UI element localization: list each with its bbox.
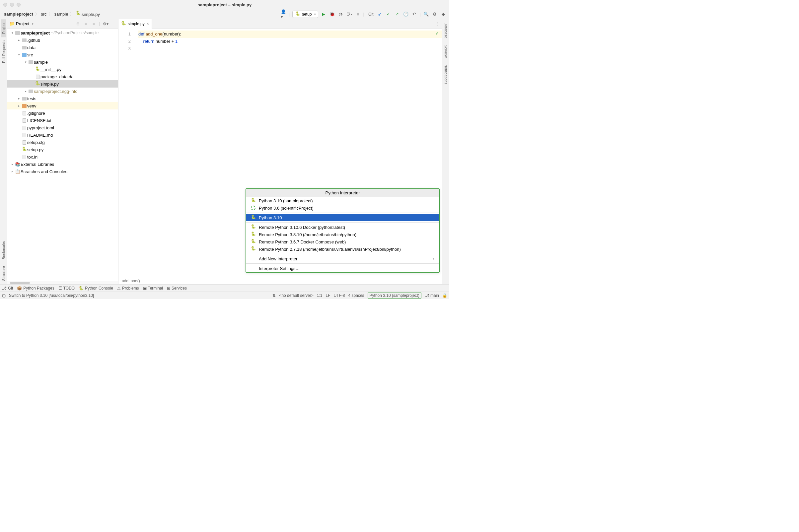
collapse-all-icon[interactable]: ≡ xyxy=(91,21,96,26)
tab-label: simple.py xyxy=(128,22,145,26)
python-icon xyxy=(251,247,256,251)
breadcrumb-src[interactable]: src xyxy=(39,11,48,17)
tree-file-setupcfg[interactable]: setup.cfg xyxy=(7,139,118,146)
tree-folder-github[interactable]: ▸.github xyxy=(7,37,118,44)
breadcrumb-sep: 〉 xyxy=(35,12,39,17)
editor-tabs-menu-icon[interactable]: ⋮ xyxy=(432,21,442,26)
inspection-ok-icon[interactable]: ✓ xyxy=(435,31,439,36)
git-pull-button[interactable]: ↙ xyxy=(377,11,383,18)
interpreter-settings-button[interactable]: Interpreter Settings… xyxy=(246,265,439,272)
lock-icon[interactable]: 🔒 xyxy=(442,293,447,298)
python-packages-tool-tab[interactable]: 📦 Python Packages xyxy=(17,286,54,290)
dropdown-icon[interactable]: ▾ xyxy=(32,22,34,25)
tree-file-setuppy[interactable]: setup.py xyxy=(7,146,118,153)
python-icon xyxy=(251,240,256,244)
project-tool-tab[interactable]: Project xyxy=(1,19,6,37)
maximize-window-button[interactable] xyxy=(17,3,21,7)
project-panel-title[interactable]: Project xyxy=(16,21,29,26)
file-encoding[interactable]: UTF-8 xyxy=(334,293,345,298)
history-button[interactable]: 🕐 xyxy=(403,11,409,18)
run-configuration-selector[interactable]: setup xyxy=(292,11,318,18)
minimize-window-button[interactable] xyxy=(10,3,14,7)
tree-folder-venv[interactable]: ▸venv xyxy=(7,102,118,110)
left-tool-gutter: Project Pull Requests Bookmarks Structur… xyxy=(0,19,7,284)
pull-requests-tool-tab[interactable]: Pull Requests xyxy=(1,37,6,66)
user-icon[interactable]: 👤▾ xyxy=(281,11,287,18)
python-icon xyxy=(22,147,26,152)
tree-folder-data[interactable]: data xyxy=(7,44,118,51)
search-icon[interactable]: 🔍 xyxy=(423,11,429,18)
tree-scratches[interactable]: ▸📋Scratches and Consoles xyxy=(7,168,118,175)
terminal-tool-tab[interactable]: ▣ Terminal xyxy=(143,286,163,290)
editor-breadcrumb[interactable]: add_one() xyxy=(118,277,442,284)
bookmarks-tool-tab[interactable]: Bookmarks xyxy=(1,238,6,263)
interpreter-option[interactable]: Remote Python 3.6.7 Docker Compose (web) xyxy=(246,238,439,245)
interpreter-option[interactable]: Remote Python 3.10.6 Docker (python:late… xyxy=(246,224,439,231)
breadcrumb-file[interactable]: simple.py xyxy=(74,11,101,18)
settings-icon[interactable]: ⚙ xyxy=(431,11,438,18)
tree-file-pyproject[interactable]: pyproject.toml xyxy=(7,124,118,131)
notifications-tool-tab[interactable]: Notifications xyxy=(443,61,449,88)
profile-button[interactable]: ⏱▾ xyxy=(346,11,353,18)
tree-folder-sample[interactable]: ▾sample xyxy=(7,58,118,66)
line-separator[interactable]: LF xyxy=(326,293,331,298)
tree-folder-src[interactable]: ▾src xyxy=(7,51,118,58)
expand-all-icon[interactable]: ≡ xyxy=(83,21,89,26)
project-tree[interactable]: ▾ sampleproject ~/PycharmProjects/sample… xyxy=(7,28,118,281)
coverage-button[interactable]: ◔ xyxy=(337,11,344,18)
popup-title: Python Interpreter xyxy=(246,189,439,197)
tree-folder-egginfo[interactable]: ▸sampleproject.egg-info xyxy=(7,88,118,95)
project-scrollbar[interactable] xyxy=(7,281,118,284)
tree-file-simple[interactable]: simple.py xyxy=(7,80,118,88)
hide-panel-icon[interactable]: — xyxy=(111,21,116,26)
deployment-server[interactable]: <no default server> xyxy=(279,293,313,298)
python-icon xyxy=(251,225,256,229)
tree-file-gitignore[interactable]: .gitignore xyxy=(7,110,118,117)
titlebar: sampleproject – simple.py xyxy=(0,0,449,9)
interpreter-widget[interactable]: Python 3.10 (sampleproject) xyxy=(368,292,422,299)
panel-settings-icon[interactable]: ⚙▾ xyxy=(103,21,108,26)
tree-file-init[interactable]: __init__.py xyxy=(7,66,118,73)
git-tool-tab[interactable]: ⎇ Git xyxy=(2,286,13,290)
tree-file-readme[interactable]: README.md xyxy=(7,131,118,139)
services-tool-tab[interactable]: ⊞ Services xyxy=(167,286,187,290)
editor-tab-simple[interactable]: simple.py × xyxy=(118,19,152,28)
todo-tool-tab[interactable]: ☰ TODO xyxy=(58,286,75,290)
close-tab-icon[interactable]: × xyxy=(147,22,149,26)
structure-tool-tab[interactable]: Structure xyxy=(1,263,6,284)
database-tool-tab[interactable]: Database xyxy=(443,19,449,41)
python-icon xyxy=(76,11,80,16)
tree-root[interactable]: ▾ sampleproject ~/PycharmProjects/sample xyxy=(7,29,118,37)
undo-button[interactable]: ↶ xyxy=(411,11,418,18)
git-commit-button[interactable]: ✓ xyxy=(385,11,392,18)
deployment-server-icon[interactable]: ⇅ xyxy=(273,293,276,298)
interpreter-option[interactable]: Remote Python 2.7.18 (/home/jetbrains/.v… xyxy=(246,245,439,253)
indent-settings[interactable]: 4 spaces xyxy=(348,293,364,298)
interpreter-option[interactable]: Python 3.10 (sampleproject) xyxy=(246,197,439,204)
git-push-button[interactable]: ↗ xyxy=(394,11,401,18)
tool-window-toggle-icon[interactable]: ▢ xyxy=(2,293,6,298)
caret-position[interactable]: 1:1 xyxy=(317,293,322,298)
breadcrumb-sample[interactable]: sample xyxy=(53,11,70,17)
select-open-file-icon[interactable]: ⊕ xyxy=(75,21,81,26)
add-interpreter-button[interactable]: Add New Interpreter› xyxy=(246,255,439,262)
pycharm-icon[interactable]: ◆ xyxy=(440,11,447,18)
tree-file-toxini[interactable]: tox.ini xyxy=(7,153,118,160)
interpreter-option[interactable]: Remote Python 3.8.10 (/home/jetbrains/bi… xyxy=(246,231,439,238)
python-console-tool-tab[interactable]: 🐍 Python Console xyxy=(79,286,113,290)
editor-tabs: simple.py × ⋮ xyxy=(118,19,442,28)
interpreter-option-selected[interactable]: Python 3.10 xyxy=(246,214,439,221)
sciview-tool-tab[interactable]: SciView xyxy=(443,41,449,61)
tree-external-libs[interactable]: ▸📚External Libraries xyxy=(7,160,118,168)
tree-file-pkgdata[interactable]: package_data.dat xyxy=(7,73,118,80)
breadcrumb-root[interactable]: sampleproject xyxy=(3,11,35,17)
run-button[interactable]: ▶ xyxy=(320,11,327,18)
debug-button[interactable]: 🐞 xyxy=(329,11,335,18)
tree-folder-tests[interactable]: ▸tests xyxy=(7,95,118,102)
problems-tool-tab[interactable]: ⚠ Problems xyxy=(117,286,139,290)
close-window-button[interactable] xyxy=(3,3,7,7)
breadcrumb-sep: 〉 xyxy=(49,12,52,17)
git-branch[interactable]: ⎇ main xyxy=(425,293,439,298)
tree-file-license[interactable]: LICENSE.txt xyxy=(7,117,118,124)
interpreter-option[interactable]: Python 3.6 (scientificProject) xyxy=(246,204,439,212)
